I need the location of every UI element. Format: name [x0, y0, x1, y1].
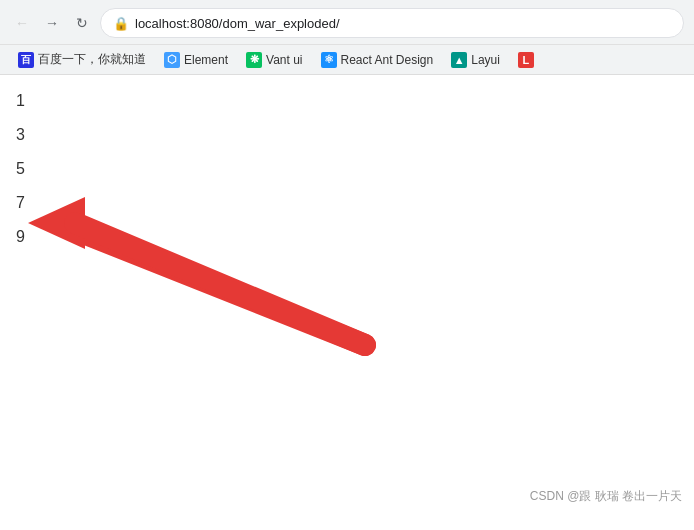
page-content: 1 3 5 7 9 CSDN @跟 耿瑞 卷出一片天: [0, 75, 694, 515]
layui-label: Layui: [471, 53, 500, 67]
bookmark-react-ant[interactable]: ⚛ React Ant Design: [313, 49, 442, 71]
bookmark-more[interactable]: L: [510, 49, 542, 71]
bookmark-layui[interactable]: ▲ Layui: [443, 49, 508, 71]
vant-icon: ❋: [246, 52, 262, 68]
forward-button[interactable]: →: [40, 11, 64, 35]
back-button[interactable]: ←: [10, 11, 34, 35]
more-icon: L: [518, 52, 534, 68]
refresh-button[interactable]: ↻: [70, 11, 94, 35]
url-text: localhost:8080/dom_war_exploded/: [135, 16, 671, 31]
baidu-label: 百度一下，你就知道: [38, 51, 146, 68]
list-item-1: 1: [16, 93, 694, 109]
list-item-5: 5: [16, 161, 694, 177]
list-item-7: 7: [16, 195, 694, 211]
address-bar[interactable]: 🔒 localhost:8080/dom_war_exploded/: [100, 8, 684, 38]
lock-icon: 🔒: [113, 16, 129, 31]
react-ant-icon: ⚛: [321, 52, 337, 68]
browser-titlebar: ← → ↻ 🔒 localhost:8080/dom_war_exploded/: [0, 0, 694, 44]
browser-chrome: ← → ↻ 🔒 localhost:8080/dom_war_exploded/…: [0, 0, 694, 75]
layui-icon: ▲: [451, 52, 467, 68]
baidu-icon: 百: [18, 52, 34, 68]
watermark: CSDN @跟 耿瑞 卷出一片天: [530, 488, 682, 505]
element-label: Element: [184, 53, 228, 67]
number-list: 1 3 5 7 9: [0, 85, 694, 245]
list-item-3: 3: [16, 127, 694, 143]
vant-label: Vant ui: [266, 53, 302, 67]
react-ant-label: React Ant Design: [341, 53, 434, 67]
bookmark-baidu[interactable]: 百 百度一下，你就知道: [10, 48, 154, 71]
list-item-9: 9: [16, 229, 694, 245]
bookmark-element[interactable]: ⬡ Element: [156, 49, 236, 71]
element-icon: ⬡: [164, 52, 180, 68]
bookmarks-bar: 百 百度一下，你就知道 ⬡ Element ❋ Vant ui ⚛ React …: [0, 44, 694, 74]
bookmark-vant[interactable]: ❋ Vant ui: [238, 49, 310, 71]
